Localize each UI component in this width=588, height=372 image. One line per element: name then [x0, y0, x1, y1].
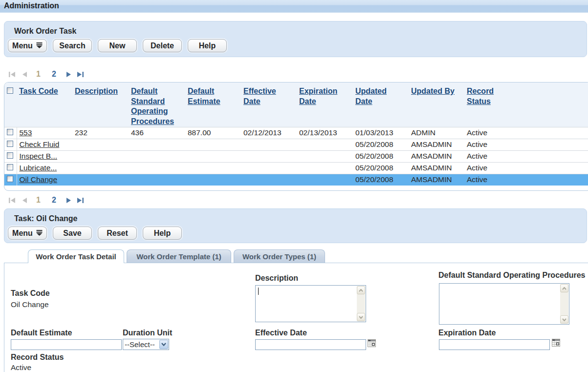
default-estimate-input[interactable]: [11, 339, 122, 350]
expiration-date-input[interactable]: [439, 339, 550, 350]
cell-spacer: [520, 162, 588, 174]
select-all-checkbox[interactable]: [4, 83, 17, 127]
task-code-link[interactable]: Check Fluid: [20, 140, 60, 148]
scroll-down-icon[interactable]: [357, 313, 365, 321]
table-row-check-fluid[interactable]: Check Fluid05/20/2008AMSADMINActive: [4, 139, 588, 150]
cell-updated_date: 05/20/2008: [353, 174, 409, 186]
cell-effective_date: [241, 139, 297, 150]
table-row-lubricate[interactable]: Lubricate...05/20/2008AMSADMINActive: [4, 162, 588, 174]
column-header-6[interactable]: Updated Date: [353, 83, 409, 127]
work-order-task-panel: Work Order Task Menu Search New Delete H…: [4, 21, 587, 57]
column-header-1[interactable]: Description: [72, 83, 129, 127]
cell-effective_date: 02/12/2013: [241, 127, 297, 139]
row-checkbox[interactable]: [4, 162, 17, 174]
row-checkbox[interactable]: [4, 174, 17, 186]
cell-description: [72, 174, 129, 186]
detail-help-button[interactable]: Help: [143, 227, 182, 240]
table-row-inspect-b[interactable]: Inspect B...05/20/2008AMSADMINActive: [4, 150, 588, 162]
cell-updated_by: AMSADMIN: [409, 139, 464, 150]
help-button-label: Help: [199, 41, 216, 50]
column-header-0[interactable]: Task Code: [17, 83, 72, 127]
column-header-5[interactable]: Expiration Date: [297, 83, 353, 127]
page: Administration Work Order Task Menu Sear…: [0, 0, 588, 372]
cell-spacer: [520, 174, 588, 186]
description-scrollbar[interactable]: [357, 286, 365, 321]
menu-button[interactable]: Menu: [8, 39, 47, 52]
cell-effective_date: [241, 174, 297, 186]
effective-date-label: Effective Date: [255, 329, 307, 337]
cell-record_status: Active: [464, 162, 520, 174]
pager-next-icon[interactable]: [66, 195, 71, 205]
cell-record_status: Active: [464, 150, 520, 162]
task-code-link[interactable]: Lubricate...: [20, 164, 57, 172]
table-header: Task CodeDescriptionDefault Standard Ope…: [4, 83, 588, 127]
cell-expiration_date: [297, 139, 353, 150]
cell-default_estimate: [185, 150, 241, 162]
cell-record_status: Active: [464, 127, 520, 139]
task-code-link[interactable]: Oil Change: [20, 175, 58, 184]
pager-next-icon[interactable]: [66, 69, 71, 79]
pager-first-icon[interactable]: [9, 195, 15, 205]
new-button[interactable]: New: [98, 39, 137, 52]
scroll-up-icon[interactable]: [357, 286, 365, 294]
pager-last-icon[interactable]: [77, 69, 84, 79]
description-textarea[interactable]: [255, 285, 366, 322]
pager-page-2[interactable]: 2: [52, 195, 56, 205]
task-code-label: Task Code: [11, 289, 50, 298]
help-button[interactable]: Help: [188, 39, 227, 52]
table-row-553[interactable]: 553232436887.0002/12/201302/13/201301/03…: [4, 127, 588, 139]
task-code-value: Oil Change: [11, 300, 49, 309]
row-checkbox[interactable]: [4, 127, 17, 139]
pager-page-1[interactable]: 1: [36, 195, 41, 205]
duration-unit-value: --Select--: [123, 340, 159, 349]
tab-work-order-task-detail[interactable]: Work Order Task Detail: [28, 249, 124, 263]
column-header-4[interactable]: Effective Date: [241, 83, 297, 127]
pager-prev-icon[interactable]: [22, 69, 27, 79]
duration-unit-select[interactable]: --Select--: [123, 339, 169, 350]
pager-page-1[interactable]: 1: [36, 69, 41, 79]
effective-date-calendar-icon[interactable]: [368, 339, 376, 348]
row-checkbox[interactable]: [4, 150, 17, 162]
column-header-8[interactable]: Record Status: [464, 83, 520, 127]
row-checkbox[interactable]: [4, 139, 17, 150]
effective-date-input[interactable]: [255, 339, 366, 350]
cell-dsop: 436: [129, 127, 185, 139]
task-code-link[interactable]: 553: [20, 128, 32, 137]
column-header-7[interactable]: Updated By: [409, 83, 464, 127]
cell-expiration_date: [297, 162, 353, 174]
cell-default_estimate: [185, 174, 241, 186]
pager-prev-icon[interactable]: [22, 195, 27, 205]
search-button-label: Search: [59, 41, 85, 50]
column-header-3[interactable]: Default Estimate: [185, 83, 241, 127]
column-header-spacer: [520, 83, 588, 127]
task-code-link[interactable]: Inspect B...: [20, 152, 58, 160]
pager-first-icon[interactable]: [9, 69, 15, 79]
dsop-textarea[interactable]: [439, 283, 569, 325]
cell-record_status: Active: [464, 139, 520, 150]
scroll-down-icon[interactable]: [560, 315, 568, 324]
tab-work-order-template[interactable]: Work Order Template (1): [127, 249, 231, 263]
description-label: Description: [255, 274, 298, 283]
pager-page-2[interactable]: 2: [52, 69, 56, 79]
detail-menu-button[interactable]: Menu: [8, 227, 47, 240]
cell-updated_date: 01/03/2013: [353, 127, 409, 139]
delete-button[interactable]: Delete: [143, 39, 182, 52]
tab-work-order-types[interactable]: Work Order Types (1): [234, 249, 325, 263]
table-row-oil-change[interactable]: Oil Change05/20/2008AMSADMINActive: [4, 174, 588, 186]
cell-dsop: [129, 150, 185, 162]
cell-spacer: [520, 139, 588, 150]
menu-dropdown-icon: [36, 41, 43, 50]
search-button[interactable]: Search: [53, 39, 92, 52]
scroll-up-icon[interactable]: [560, 284, 568, 292]
pager-last-icon[interactable]: [77, 195, 84, 205]
expiration-date-calendar-icon[interactable]: [552, 339, 561, 347]
cell-description: [72, 139, 129, 150]
reset-button[interactable]: Reset: [98, 227, 137, 240]
cell-description: 232: [72, 127, 129, 139]
save-button[interactable]: Save: [53, 227, 92, 240]
dsop-scrollbar[interactable]: [560, 284, 568, 324]
cell-updated_date: 05/20/2008: [353, 139, 409, 150]
top-header-bar: Administration: [0, 0, 588, 13]
column-header-2[interactable]: Default Standard Operating Procedures: [129, 83, 185, 127]
delete-button-label: Delete: [151, 41, 174, 50]
